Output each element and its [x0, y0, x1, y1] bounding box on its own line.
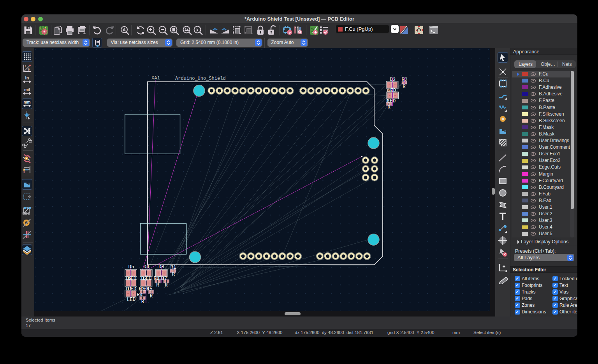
svg-text:R: R: [387, 105, 390, 110]
svg-text:R: R: [386, 99, 389, 104]
svg-text:R1: R1: [170, 265, 176, 270]
svg-text:R: R: [141, 299, 144, 305]
svg-text:D8: D8: [158, 264, 164, 270]
svg-text:R: R: [172, 272, 175, 277]
svg-text:mm: mm: [23, 100, 30, 104]
svg-text:Arduino_Uno_Shield: Arduino_Uno_Shield: [175, 76, 226, 81]
svg-text:R: R: [156, 283, 159, 288]
svg-text:D7: D7: [387, 88, 392, 94]
svg-text:D3: D3: [390, 77, 396, 83]
svg-text:R2: R2: [401, 77, 407, 83]
svg-text:R6: R6: [153, 276, 159, 281]
svg-text:R3: R3: [139, 287, 144, 292]
svg-text:D5: D5: [128, 264, 134, 270]
svg-text:r: r: [25, 64, 26, 68]
svg-text:LED: LED: [127, 297, 136, 302]
svg-text:R: R: [150, 294, 153, 299]
svg-text:R: R: [403, 84, 406, 90]
svg-text:XA1: XA1: [151, 76, 160, 81]
svg-text:mil: mil: [24, 87, 30, 92]
svg-text:R: R: [165, 283, 168, 288]
svg-text:D2: D2: [141, 276, 147, 281]
svg-text:D9: D9: [126, 276, 132, 281]
svg-text:R5: R5: [146, 287, 152, 292]
svg-text:R4: R4: [137, 292, 142, 298]
svg-text:in: in: [25, 76, 29, 80]
svg-text:D4: D4: [143, 264, 149, 270]
svg-text:D1: D1: [126, 287, 132, 292]
svg-text:θ: θ: [28, 68, 30, 72]
svg-text:R7: R7: [161, 276, 167, 281]
